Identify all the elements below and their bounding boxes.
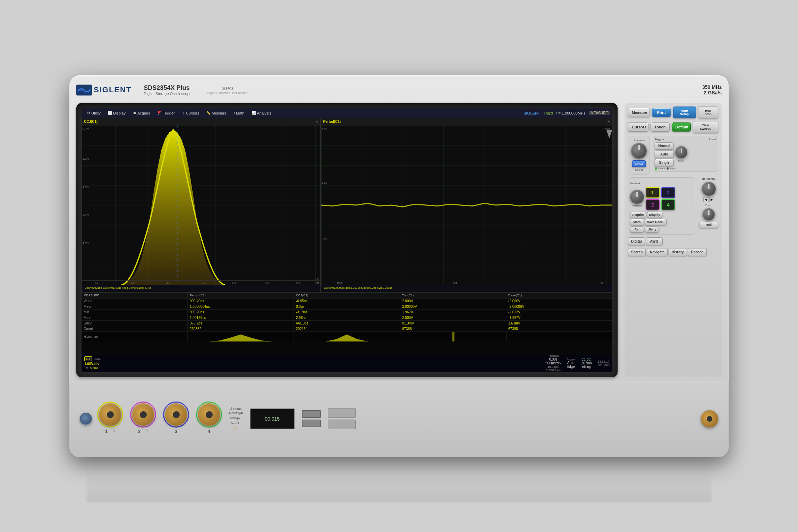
left-display: CCJ(C1) ✕ 6.7% 5.3% 4.0% 2.7% — [82, 118, 321, 292]
ch4-bnc[interactable] — [198, 403, 220, 426]
ch3-label: 3 — [175, 429, 178, 434]
ch1-x-label: X — [113, 429, 115, 434]
usb-port-2[interactable] — [302, 420, 321, 427]
measure-button[interactable]: Measure — [628, 108, 650, 117]
math-button[interactable]: Math — [630, 219, 644, 225]
usb-ports — [302, 410, 321, 427]
single-button[interactable]: Single — [655, 159, 674, 166]
horizontal-scale-knob[interactable] — [702, 182, 716, 196]
menu-trigger[interactable]: 🚩 Trigger — [155, 110, 177, 116]
roll-button[interactable]: Roll — [699, 222, 718, 228]
measure-badge: MEASURE — [589, 111, 610, 115]
left-status-bar: Count:202155 Current:1.42ns Top:[-0.9ns,… — [82, 285, 320, 291]
trig-label: Trig II — [670, 167, 676, 170]
display-icon: ⬜ — [108, 111, 112, 115]
auto-button[interactable]: Auto — [655, 151, 674, 158]
variable-label: Variable — [632, 204, 642, 207]
ch1-bnc[interactable] — [99, 403, 121, 426]
power-button[interactable] — [80, 413, 92, 425]
ch3-button[interactable]: 3 — [661, 187, 675, 198]
freq-area: 350 MHz 2 GSa/s — [702, 84, 722, 95]
menu-measure[interactable]: 📏 Measure — [204, 110, 229, 116]
run-stop-button[interactable]: Run Stop — [698, 107, 718, 118]
pct-label: 50% — [678, 159, 684, 162]
meas-col-2: CCJ(C1) — [294, 293, 400, 298]
ch4-connector: 4 — [198, 403, 220, 434]
ch2-button[interactable]: 2 — [646, 199, 660, 210]
ch1-button[interactable]: 1 — [646, 187, 660, 198]
meas-row-0-v1: 999.49ns — [188, 298, 294, 304]
ext-trigger-bnc[interactable] — [701, 410, 718, 428]
rx-label-3: 0s — [600, 281, 603, 284]
model-info: SDS2354X Plus Digital Storage Oscillosco… — [144, 84, 192, 96]
auto-setup-button[interactable]: Auto Setup — [673, 107, 696, 118]
ch1-offset: 0.00V — [90, 366, 98, 370]
universal-knob[interactable] — [631, 143, 647, 159]
setup-button[interactable]: Setup — [632, 160, 646, 167]
universal-section: Universal Setup Select — [628, 136, 650, 175]
acquire-button[interactable]: Acquire — [630, 212, 646, 218]
inputs-spec-area: All Inputs1MΩ//17pF400VpkCAT I ⚠ — [227, 407, 243, 431]
ch2-bnc[interactable] — [132, 403, 154, 426]
search-button[interactable]: Search — [628, 248, 646, 256]
display-button[interactable]: Display — [647, 212, 662, 218]
right-status-text: Current:1.000us Max:1.001us Min:999.0ns … — [324, 286, 392, 289]
meas-row-0-label: Value — [82, 298, 188, 304]
sample-rate: 2 GSa/s — [702, 90, 722, 95]
menu-analysis[interactable]: 📊 Analysis — [249, 110, 274, 116]
trig-state: Trig'd — [544, 111, 553, 115]
cursors-button[interactable]: Cursors — [628, 123, 648, 132]
hist-mini-4 — [507, 332, 612, 341]
card-slots — [328, 408, 356, 429]
awg-button[interactable]: AWG — [646, 237, 663, 245]
menu-math[interactable]: 𝑓 Math — [231, 110, 247, 116]
save-recall-button[interactable]: Save Recall — [645, 219, 667, 225]
menu-acquire[interactable]: ⏺ Acquire — [130, 110, 153, 116]
level-knob[interactable] — [675, 146, 687, 158]
channel-area: 1 X 2 Y 3 — [99, 403, 220, 434]
usb-port-1[interactable] — [302, 410, 321, 418]
decode-button[interactable]: Decode — [688, 248, 707, 256]
warning-icon: ⚠ — [233, 426, 237, 431]
history-button[interactable]: History — [669, 248, 687, 256]
left-close-btn[interactable]: ✕ — [315, 120, 318, 124]
ch1-probe: 1X — [84, 366, 88, 370]
x-label-2: -4.1 — [129, 281, 134, 284]
zoom-knob[interactable] — [703, 208, 715, 220]
spo-subtitle: Super Phosphor Oscilloscope — [207, 91, 248, 95]
ready-label: Ready — [658, 167, 665, 170]
meas-col-3: Top(C1) — [400, 293, 506, 298]
vertical-scale-knob[interactable] — [630, 190, 644, 204]
ref-button[interactable]: Ref — [630, 226, 644, 233]
timebase-div: 500ms/div — [545, 361, 561, 365]
ch1-info: C1 DC50 1.00V/div 1X 0.00V — [84, 356, 102, 370]
menu-cursors[interactable]: ⊹ Cursors — [179, 110, 202, 116]
digital-button[interactable]: Digital — [628, 237, 645, 245]
btn-row-2: Cursors Touch Default Clear Sweeps — [628, 121, 718, 133]
normal-button[interactable]: Normal — [655, 142, 674, 150]
print-button[interactable]: Print — [652, 108, 671, 117]
ch4-button[interactable]: 4 — [661, 199, 675, 210]
trig-level-v: .267mV — [580, 361, 592, 365]
front-display: 00:015 — [250, 408, 295, 429]
horiz-left-btn[interactable]: ◀ — [703, 197, 708, 202]
histogram-mini-row: Histogram — [82, 332, 612, 341]
default-button[interactable]: Default — [672, 123, 691, 132]
clear-sweeps-button[interactable]: Clear Sweeps — [693, 121, 718, 133]
hist-mini-1 — [188, 332, 294, 341]
timebase-group: Timebase 0.00s 500ms/div 10.0kpts 2.00GS… — [545, 354, 561, 372]
utility-ctrl-button[interactable]: Utility — [645, 226, 659, 233]
timebase-label: Timebase — [545, 354, 561, 357]
horizontal-label: Horizontal — [702, 177, 715, 180]
right-close-btn[interactable]: ✕ — [607, 120, 610, 124]
horiz-right-btn[interactable]: ▶ — [709, 197, 714, 202]
menu-display[interactable]: ⬜ Display — [105, 110, 128, 116]
menu-utility[interactable]: ⚙ Utility — [84, 110, 103, 116]
touch-button[interactable]: Touch — [651, 123, 670, 132]
ch3-bnc[interactable] — [165, 403, 187, 426]
right-title-bar: Period(C1) ✕ — [321, 118, 612, 125]
freq-display: 350 MHz — [702, 84, 722, 90]
logo-icon — [76, 84, 92, 96]
ch1-label: 1 — [105, 429, 108, 434]
navigate-button[interactable]: Navigate — [647, 248, 668, 256]
